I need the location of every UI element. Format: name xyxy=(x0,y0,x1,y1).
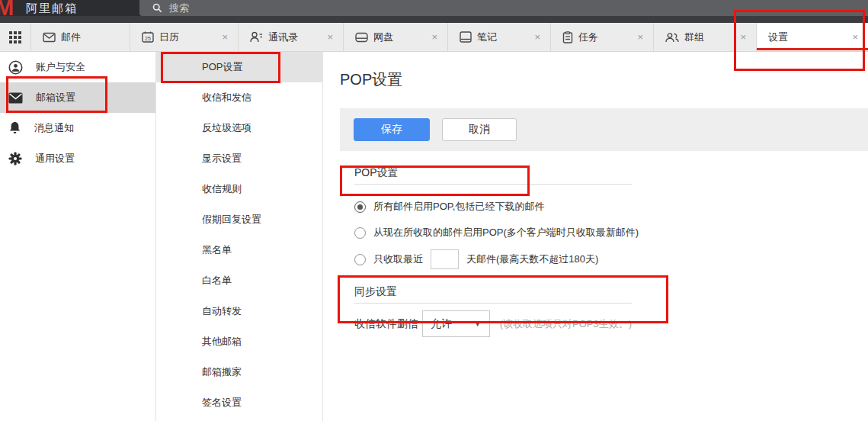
nav-item-mailbox-move[interactable]: 邮箱搬家 xyxy=(156,357,322,387)
save-button[interactable]: 保存 xyxy=(354,118,430,141)
svg-text:25: 25 xyxy=(145,36,151,41)
nav-item-signature[interactable]: 签名设置 xyxy=(156,387,322,418)
radio-icon[interactable] xyxy=(354,254,366,265)
delete-on-client-row: 收信软件删信 允许 ▼ (该收取选项只对POP3生效。) xyxy=(354,310,632,337)
pop-settings-section: POP设置 所有邮件启用POP,包括已经下载的邮件 从现在所收取的邮件启用POP… xyxy=(354,166,632,272)
tab-label: 邮件 xyxy=(61,31,81,44)
option-label: 从现在所收取的邮件启用POP(多个客户端时只收取最新邮件) xyxy=(373,226,639,239)
sidebar-item-label: 邮箱设置 xyxy=(36,91,75,104)
tab-tasks[interactable]: 任务 × xyxy=(550,23,653,51)
radio-icon[interactable] xyxy=(354,227,366,239)
dropdown-value: 允许 xyxy=(431,317,452,331)
tab-label: 设置 xyxy=(768,31,788,44)
pop-option-recent-days[interactable]: 只收取最近 天邮件(最高天数不超过180天) xyxy=(354,247,632,272)
option-label: 所有邮件启用POP,包括已经下载的邮件 xyxy=(373,200,544,214)
gear-icon xyxy=(8,152,22,166)
close-icon[interactable]: × xyxy=(325,31,335,43)
nav-item-antispam[interactable]: 反垃圾选项 xyxy=(156,113,322,143)
pop-section-heading: POP设置 xyxy=(354,166,632,185)
brand-title: 阿里邮箱 xyxy=(26,2,78,16)
sidebar-item-label: 通用设置 xyxy=(35,152,75,166)
field-label: 收信软件删信 xyxy=(354,317,418,331)
tab-groups[interactable]: 群组 × xyxy=(653,23,756,51)
grid-icon xyxy=(9,31,21,43)
sidebar-item-notifications[interactable]: 消息通知 xyxy=(0,113,155,143)
bell-icon xyxy=(8,121,21,135)
chevron-down-icon: ▼ xyxy=(474,320,482,328)
close-icon[interactable]: × xyxy=(850,31,860,43)
option-label-before: 只收取最近 xyxy=(373,252,423,266)
pop-option-from-now[interactable]: 从现在所收取的邮件启用POP(多个客户端时只收取最新邮件) xyxy=(354,221,632,244)
mailbox-icon xyxy=(8,92,23,104)
radio-checked-icon[interactable] xyxy=(354,201,366,213)
cancel-button[interactable]: 取消 xyxy=(442,118,517,141)
tab-label: 笔记 xyxy=(477,31,497,44)
app-window: M 阿里邮箱 搜索 邮件 25 日历 × xyxy=(0,0,868,421)
nav-item-pop-settings[interactable]: POP设置 xyxy=(156,52,322,82)
sidebar-item-mailbox-settings[interactable]: 邮箱设置 xyxy=(0,82,155,113)
tabbar: 邮件 25 日历 × 通讯录 × 网盘 × 笔 xyxy=(0,23,868,52)
contacts-icon xyxy=(250,31,263,43)
nav-item-display[interactable]: 显示设置 xyxy=(156,143,322,174)
tasks-icon xyxy=(562,31,573,43)
tab-label: 日历 xyxy=(159,31,179,44)
tab-contacts[interactable]: 通讯录 × xyxy=(238,23,343,51)
sidebar-item-general-settings[interactable]: 通用设置 xyxy=(0,143,155,174)
tab-label: 任务 xyxy=(578,31,598,44)
nav-item-mail-rules[interactable]: 收信规则 xyxy=(156,174,322,204)
page-title: POP设置 xyxy=(340,69,868,90)
brand-logo-icon: M xyxy=(0,0,12,21)
notes-icon xyxy=(460,31,472,43)
tab-drive[interactable]: 网盘 × xyxy=(343,23,447,51)
sync-settings-section: 同步设置 收信软件删信 允许 ▼ (该收取选项只对POP3生效。) xyxy=(354,285,632,337)
close-icon[interactable]: × xyxy=(429,31,440,43)
tab-notes[interactable]: 笔记 × xyxy=(447,23,550,51)
account-icon xyxy=(8,60,23,75)
action-toolbar: 保存 取消 xyxy=(340,108,868,151)
app-launcher-button[interactable] xyxy=(0,23,30,51)
tab-label: 通讯录 xyxy=(268,31,298,44)
sync-section-heading: 同步设置 xyxy=(354,285,632,304)
calendar-icon: 25 xyxy=(142,31,154,43)
sidebar-item-label: 消息通知 xyxy=(34,121,74,135)
pop3-hint-text: (该收取选项只对POP3生效。) xyxy=(500,317,632,331)
app-body: 账户与安全 邮箱设置 消息通知 通用设置 xyxy=(0,52,868,421)
groups-icon xyxy=(665,32,679,43)
nav-item-other-mailbox[interactable]: 其他邮箱 xyxy=(156,326,322,357)
tab-settings[interactable]: 设置 × xyxy=(756,23,868,51)
drive-icon xyxy=(355,32,368,43)
mail-icon xyxy=(43,32,56,43)
topbar: M 阿里邮箱 搜索 xyxy=(0,0,868,23)
tab-mail[interactable]: 邮件 xyxy=(30,23,130,51)
tab-label: 网盘 xyxy=(373,31,393,44)
delete-on-client-dropdown[interactable]: 允许 ▼ xyxy=(422,310,490,337)
search-icon xyxy=(152,3,162,13)
nav-item-vacation-reply[interactable]: 假期回复设置 xyxy=(156,204,322,235)
close-icon[interactable]: × xyxy=(738,31,748,43)
search-placeholder: 搜索 xyxy=(169,2,189,15)
settings-sidebar: 账户与安全 邮箱设置 消息通知 通用设置 xyxy=(0,52,156,421)
tab-calendar[interactable]: 25 日历 × xyxy=(130,23,238,51)
nav-item-send-receive[interactable]: 收信和发信 xyxy=(156,82,322,113)
nav-item-auto-forward[interactable]: 自动转发 xyxy=(156,296,322,326)
nav-item-whitelist[interactable]: 白名单 xyxy=(156,265,322,296)
nav-item-blacklist[interactable]: 黑名单 xyxy=(156,235,322,265)
close-icon[interactable]: × xyxy=(635,31,645,43)
days-input[interactable] xyxy=(431,249,459,269)
mail-settings-nav: POP设置 收信和发信 反垃圾选项 显示设置 收信规则 假期回复设置 黑名单 白… xyxy=(156,52,323,421)
topbar-strip xyxy=(0,16,868,23)
close-icon[interactable]: × xyxy=(532,31,543,43)
option-label-after: 天邮件(最高天数不超过180天) xyxy=(466,252,598,266)
close-icon[interactable]: × xyxy=(219,31,230,43)
pop-option-all-mail[interactable]: 所有邮件启用POP,包括已经下载的邮件 xyxy=(354,195,632,218)
main-content: POP设置 保存 取消 POP设置 所有邮件启用POP,包括已经下载的邮件 从现… xyxy=(323,52,868,421)
sidebar-item-label: 账户与安全 xyxy=(36,60,85,74)
tab-label: 群组 xyxy=(684,31,704,44)
search-input[interactable]: 搜索 xyxy=(139,0,868,16)
sidebar-item-account-security[interactable]: 账户与安全 xyxy=(0,52,155,82)
